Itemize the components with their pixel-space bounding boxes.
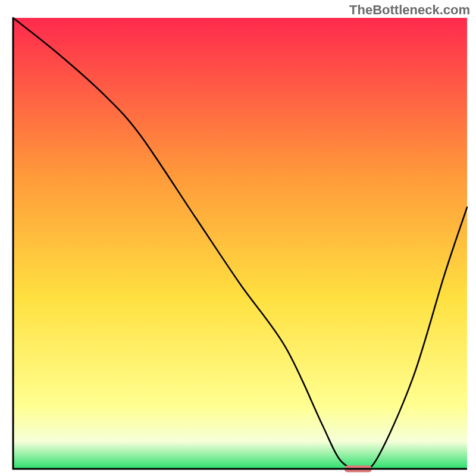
chart-container: TheBottleneck.com [0, 0, 476, 476]
bottleneck-chart [0, 0, 476, 476]
watermark-text: TheBottleneck.com [349, 2, 470, 18]
plot-background [13, 18, 467, 469]
